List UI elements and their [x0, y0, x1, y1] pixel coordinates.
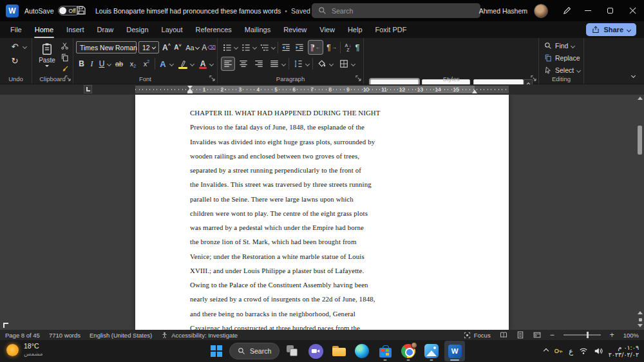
strikethrough-button[interactable]: ab	[113, 57, 126, 70]
ribbon-tab[interactable]: View	[313, 21, 341, 38]
increase-indent-button[interactable]	[294, 41, 305, 53]
avatar[interactable]	[534, 4, 548, 18]
save-button[interactable]	[76, 5, 86, 15]
vertical-scrollbar[interactable]	[636, 95, 643, 330]
underline-dropdown-icon[interactable]	[107, 62, 111, 66]
bold-button[interactable]: B	[77, 57, 86, 70]
tab-stop-selector[interactable]	[84, 85, 92, 93]
paste-button[interactable]: Paste	[36, 41, 58, 69]
change-case-button[interactable]: Aa	[184, 41, 200, 53]
clipboard-dialog-launcher[interactable]	[65, 75, 71, 81]
browse-object-button[interactable]	[639, 318, 642, 321]
select-button[interactable]: Select	[544, 66, 580, 74]
align-right-button[interactable]	[252, 57, 265, 70]
key-icon[interactable]	[554, 347, 563, 356]
video-app-button[interactable]	[305, 341, 326, 361]
horizontal-ruler[interactable]: 123456789101112131415	[135, 86, 509, 93]
multilevel-dropdown-icon[interactable]	[271, 45, 276, 50]
cut-button[interactable]	[59, 41, 70, 51]
print-layout-button[interactable]	[516, 331, 524, 339]
ribbon-tab[interactable]: Review	[277, 21, 313, 38]
restore-button[interactable]	[599, 0, 621, 21]
ribbon-tab[interactable]: Home	[28, 21, 60, 38]
font-size-select[interactable]: 12	[138, 41, 159, 53]
web-layout-button[interactable]	[533, 331, 541, 339]
bullets-dropdown-icon[interactable]	[234, 45, 238, 50]
zoom-slider-thumb[interactable]	[587, 332, 589, 338]
keyboard-language-indicator[interactable]: ع	[569, 347, 573, 356]
word-count[interactable]: 7710 words	[49, 332, 80, 339]
borders-button[interactable]	[337, 57, 350, 70]
left-indent-marker[interactable]	[187, 91, 193, 93]
decrease-indent-button[interactable]	[280, 41, 292, 53]
shading-button[interactable]	[316, 57, 328, 70]
highlight-color-button[interactable]	[176, 57, 189, 70]
font-color-button[interactable]: A	[197, 57, 209, 70]
weather-widget[interactable]: 18°C مشمس	[6, 342, 43, 357]
share-button[interactable]: Share	[586, 23, 636, 36]
multilevel-list-button[interactable]	[259, 41, 270, 53]
superscript-button[interactable]: x2	[140, 57, 153, 70]
edge-button[interactable]	[352, 341, 372, 361]
font-dialog-launcher[interactable]	[209, 75, 215, 81]
show-hide-marks-button[interactable]: ¶	[352, 41, 363, 53]
ribbon-tab[interactable]: Layout	[155, 21, 189, 38]
line-spacing-dropdown-icon[interactable]	[305, 62, 310, 66]
ribbon-tab[interactable]: Mailings	[238, 21, 277, 38]
editor-pen-icon[interactable]	[557, 0, 576, 21]
styles-dialog-launcher[interactable]	[531, 75, 536, 81]
shading-dropdown-icon[interactable]	[329, 62, 334, 66]
align-left-button[interactable]	[222, 57, 234, 70]
ribbon-tab[interactable]: Design	[120, 21, 155, 38]
zoom-level[interactable]: 100%	[623, 332, 639, 339]
ribbon-tab[interactable]: Help	[341, 21, 369, 38]
justify-button[interactable]	[268, 57, 281, 70]
numbering-button[interactable]	[240, 41, 252, 53]
microsoft-store-button[interactable]	[375, 341, 395, 361]
hidden-icons-chevron[interactable]	[544, 348, 549, 354]
accessibility-status[interactable]: Accessibility: Investigate	[161, 332, 238, 339]
search-box[interactable]: Search	[312, 3, 480, 18]
next-page-button[interactable]	[638, 324, 643, 327]
text-effects-dropdown-icon[interactable]	[169, 62, 174, 66]
text-effects-button[interactable]: A	[157, 57, 169, 70]
photos-button[interactable]	[421, 341, 442, 361]
font-color-dropdown-icon[interactable]	[209, 62, 214, 66]
document-page[interactable]: CHAPTER III. WHAT HAD HAPPENED DURING TH…	[135, 95, 509, 330]
read-mode-button[interactable]	[500, 331, 507, 339]
undo-button[interactable]: ↶	[8, 41, 22, 52]
shrink-font-button[interactable]: A˅	[173, 41, 183, 53]
chrome-button[interactable]	[398, 341, 419, 361]
ltr-text-direction-button[interactable]: ¶←	[308, 41, 323, 54]
highlight-dropdown-icon[interactable]	[190, 62, 194, 66]
numbering-dropdown-icon[interactable]	[252, 45, 257, 50]
replace-button[interactable]: Replace	[544, 54, 580, 62]
redo-button[interactable]: ↻	[8, 55, 22, 66]
word-taskbar-button[interactable]: W	[444, 341, 465, 361]
focus-mode-button[interactable]: Focus	[464, 332, 491, 339]
ribbon-tab[interactable]: References	[189, 21, 238, 38]
grow-font-button[interactable]: A˄	[161, 41, 172, 53]
wifi-icon[interactable]	[579, 347, 588, 356]
zoom-slider[interactable]	[564, 334, 601, 336]
undo-dropdown-icon[interactable]	[23, 44, 27, 49]
task-view-button[interactable]	[282, 341, 303, 361]
rtl-text-direction-button[interactable]: ¶→	[325, 41, 338, 53]
minimize-button[interactable]	[576, 0, 599, 21]
file-explorer-button[interactable]	[328, 341, 349, 361]
font-family-select[interactable]: Times New Roman	[76, 41, 137, 53]
close-button[interactable]	[621, 0, 644, 21]
page-indicator[interactable]: Page 8 of 45	[5, 332, 40, 339]
ribbon-tab[interactable]: Draw	[91, 21, 120, 38]
align-center-button[interactable]	[237, 57, 250, 70]
zoom-out-button[interactable]: −	[550, 330, 554, 339]
ribbon-tab[interactable]: File	[4, 21, 28, 38]
ribbon-tab[interactable]: Foxit PDF	[369, 21, 413, 38]
bullets-button[interactable]	[222, 41, 233, 53]
scrollbar-thumb[interactable]	[638, 126, 642, 155]
justify-dropdown-icon[interactable]	[281, 62, 286, 66]
format-painter-button[interactable]	[59, 64, 70, 74]
speaker-icon[interactable]	[594, 347, 603, 356]
subscript-button[interactable]: x2	[127, 57, 139, 70]
find-button[interactable]: Find	[544, 42, 574, 50]
